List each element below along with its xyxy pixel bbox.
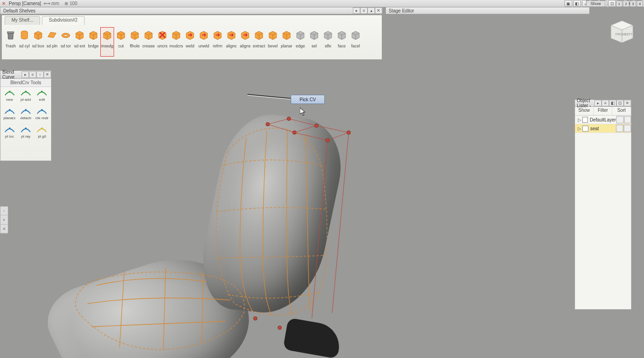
blend-edit[interactable]: edit bbox=[34, 88, 50, 106]
blend-pt-add-icon bbox=[20, 88, 32, 97]
svg-point-14 bbox=[347, 131, 351, 134]
close-icon[interactable]: ✕ bbox=[0, 0, 7, 7]
shelf-item-label: cut bbox=[118, 44, 124, 48]
shelf-uncrease[interactable]: uncrs bbox=[155, 27, 169, 57]
strip-btn-3[interactable]: ≡ bbox=[0, 225, 8, 233]
lister-close-icon[interactable]: ✕ bbox=[624, 100, 631, 106]
face-icon bbox=[336, 29, 348, 41]
shelf-min-icon[interactable]: ▸ bbox=[353, 7, 360, 14]
topbar-icon-6[interactable]: ⊡ bbox=[608, 0, 616, 7]
layer-opt-1[interactable] bbox=[616, 116, 624, 123]
svg-line-18 bbox=[247, 95, 292, 99]
lister-i2-icon[interactable]: ≡ bbox=[602, 100, 609, 106]
shelf-item-label: refrm bbox=[213, 44, 223, 48]
shelf-sd-pln[interactable]: sd pln bbox=[45, 27, 59, 57]
shelf-weld[interactable]: weld bbox=[183, 27, 197, 57]
blend-opt2-icon[interactable]: ≡ bbox=[29, 71, 36, 78]
strip-btn-2[interactable]: ▹ bbox=[0, 215, 8, 224]
shelf-sd-box[interactable]: sd box bbox=[31, 27, 45, 57]
lister-i4-icon[interactable]: ⊡ bbox=[616, 100, 624, 106]
blend-planarz[interactable]: planarz bbox=[1, 106, 17, 125]
shelf-item-label: sd ext bbox=[74, 44, 85, 48]
shelf-tab-0[interactable]: My Shelf... bbox=[5, 16, 40, 25]
shelves-titlebar[interactable]: Default Shelves ▸ ≡ ▴ ✕ bbox=[0, 7, 383, 14]
layer-visibility-checkbox[interactable] bbox=[582, 126, 588, 132]
blend-mk-mstr[interactable]: mk mstr bbox=[34, 106, 50, 125]
layer-visibility-checkbox[interactable] bbox=[582, 117, 588, 123]
layer-opt-1[interactable] bbox=[616, 125, 623, 132]
shelf-item-label: modcrs bbox=[169, 44, 183, 48]
shelf-sd-tor[interactable]: sd tor bbox=[59, 27, 73, 57]
shelf-sel[interactable]: sel bbox=[307, 27, 321, 57]
blend-new[interactable]: new bbox=[1, 88, 17, 106]
layer-opt-2[interactable] bbox=[624, 116, 632, 123]
blend-pt-g0[interactable]: pt g0 bbox=[34, 125, 50, 143]
topbar-icon-2[interactable]: ◧ bbox=[573, 0, 581, 7]
layout-4[interactable]: 4 bbox=[637, 0, 643, 7]
blend-pt-add[interactable]: pt add bbox=[17, 88, 34, 106]
shelf-bridge[interactable]: brdge bbox=[86, 27, 100, 57]
viewport-title: Persp [Camera] bbox=[9, 1, 41, 6]
layout-1[interactable]: 1 bbox=[616, 0, 622, 7]
planar-icon bbox=[281, 29, 293, 41]
shelf-unweld[interactable]: unwld bbox=[197, 27, 211, 57]
layer-row-DefaultLayer[interactable]: ▷ DefaultLayer bbox=[575, 115, 631, 124]
shelf-item-label: face bbox=[338, 44, 345, 48]
view-cube[interactable]: FRONT LEFT bbox=[606, 16, 636, 46]
shelf-slfe[interactable]: slfe bbox=[321, 27, 335, 57]
svg-point-30 bbox=[25, 127, 27, 129]
shelf-insert-edge[interactable]: insedg bbox=[100, 27, 114, 57]
lister-i1-icon[interactable]: ▸ bbox=[594, 100, 602, 106]
blend-opt1-icon[interactable]: ▸ bbox=[22, 71, 29, 78]
shelf-item-label: unwld bbox=[198, 44, 209, 48]
shelf-cut[interactable]: cut bbox=[114, 27, 128, 57]
object-lister-titlebar[interactable]: Object Lister - ▸ ≡ ◧ ⊡ ✕ bbox=[575, 99, 632, 107]
strip-btn-1[interactable]: ◦ bbox=[0, 207, 8, 215]
shelf-crease[interactable]: crease bbox=[142, 27, 155, 57]
layer-row-seat[interactable]: ▷ seat bbox=[575, 124, 631, 133]
shelf-facel[interactable]: facel bbox=[349, 27, 362, 57]
crease-icon bbox=[143, 29, 155, 41]
blend-close-icon[interactable]: ✕ bbox=[44, 71, 51, 78]
shelf-sd-cyl[interactable]: sd cyl bbox=[17, 27, 31, 57]
object-lister-panel: Show Filter Sort ▷ DefaultLayer ▷ seat bbox=[575, 106, 632, 310]
lister-col-sort[interactable]: Sort bbox=[612, 107, 631, 115]
shelf-close-icon[interactable]: ✕ bbox=[375, 7, 382, 14]
shelf-item-label: extract bbox=[253, 44, 265, 48]
blend-mk-mstr-icon bbox=[36, 106, 48, 115]
blend-pt-loc[interactable]: pt loc bbox=[1, 125, 17, 143]
layout-num-buttons: 1 2 3 4 bbox=[616, 0, 643, 7]
expand-icon[interactable]: ▷ bbox=[578, 117, 582, 122]
shelf-align-c[interactable]: alignc bbox=[224, 27, 238, 57]
layout-2[interactable]: 2 bbox=[623, 0, 629, 7]
shelf-mod-crease[interactable]: modcrs bbox=[169, 27, 183, 57]
shelf-sd-ext[interactable]: sd ext bbox=[73, 27, 86, 57]
show-button[interactable]: Show bbox=[586, 0, 605, 7]
topbar-icon-1[interactable]: ▣ bbox=[564, 0, 572, 7]
shelf-bevel[interactable]: bevel bbox=[266, 27, 280, 57]
shelf-edge[interactable]: edge bbox=[293, 27, 307, 57]
shelf-fill-hole[interactable]: flhole bbox=[128, 27, 142, 57]
layer-opt-2[interactable] bbox=[624, 125, 631, 132]
shelf-trash[interactable]: Trash bbox=[4, 27, 17, 57]
shelf-tab-1[interactable]: Subdivision#2 bbox=[42, 16, 84, 25]
stage-editor-titlebar[interactable]: Stage Editor bbox=[385, 7, 590, 14]
shelf-align-s[interactable]: aligns bbox=[238, 27, 252, 57]
shelf-item-label: slfe bbox=[325, 44, 331, 48]
layout-3[interactable]: 3 bbox=[630, 0, 636, 7]
lister-col-filter[interactable]: Filter bbox=[594, 107, 613, 115]
reform-icon bbox=[212, 29, 224, 41]
expand-icon[interactable]: ▷ bbox=[578, 126, 582, 131]
blend-back-icon[interactable]: ‹ bbox=[36, 71, 44, 78]
shelf-extract[interactable]: extract bbox=[252, 27, 266, 57]
blend-pt-loc-icon bbox=[4, 125, 16, 134]
shelf-opt-icon[interactable]: ≡ bbox=[360, 7, 368, 14]
shelf-planar[interactable]: planar bbox=[280, 27, 293, 57]
blend-detach[interactable]: detach bbox=[17, 106, 34, 125]
shelf-reform[interactable]: refrm bbox=[211, 27, 224, 57]
shelf-up-icon[interactable]: ▴ bbox=[368, 7, 375, 14]
lister-i3-icon[interactable]: ◧ bbox=[609, 100, 616, 106]
blend-pt-ray[interactable]: pt ray bbox=[17, 125, 34, 143]
shelf-face[interactable]: face bbox=[335, 27, 349, 57]
blend-curve-titlebar[interactable]: Blend Curve ▸ ≡ ‹ ✕ bbox=[0, 70, 52, 79]
